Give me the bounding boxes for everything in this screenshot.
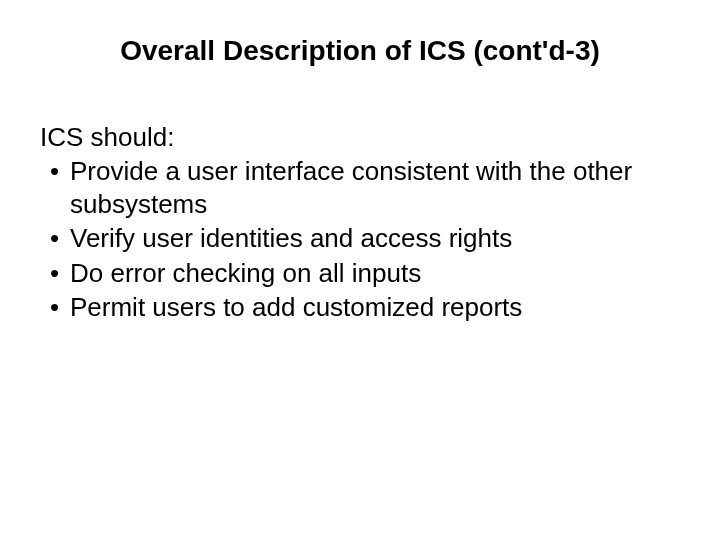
list-item: Permit users to add customized reports: [40, 291, 680, 324]
list-item: Do error checking on all inputs: [40, 257, 680, 290]
list-item: Provide a user interface consistent with…: [40, 155, 680, 220]
intro-text: ICS should:: [40, 122, 680, 153]
list-item: Verify user identities and access rights: [40, 222, 680, 255]
bullet-list: Provide a user interface consistent with…: [40, 155, 680, 324]
slide-title: Overall Description of ICS (cont'd-3): [40, 35, 680, 67]
